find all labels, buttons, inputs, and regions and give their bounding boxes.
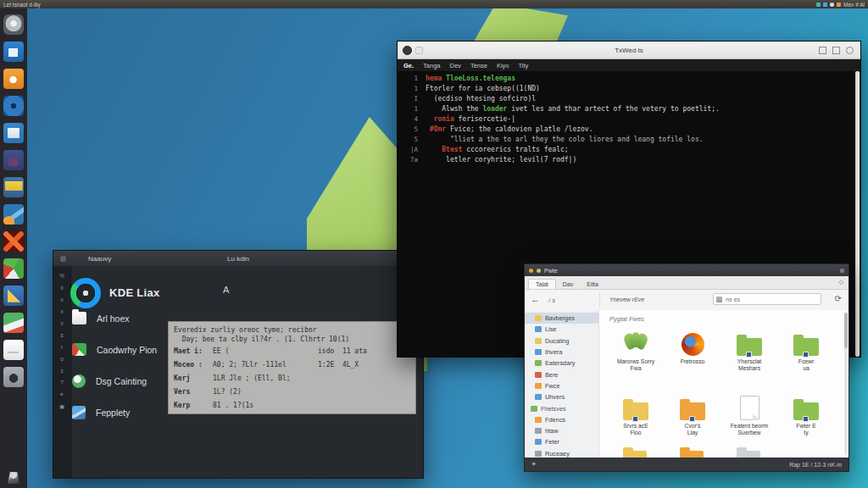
info-list-item[interactable]: Dsg Cainting — [72, 374, 147, 388]
tool-glyph[interactable]: x — [60, 285, 63, 291]
launcher-logo-icon[interactable] — [3, 14, 24, 35]
info-list-item[interactable]: Fepplety — [72, 406, 130, 419]
tab[interactable]: Eilta — [580, 280, 605, 289]
status-icon[interactable]: ✳ — [531, 461, 537, 468]
browser-icon[interactable] — [3, 69, 24, 89]
user-icon[interactable] — [8, 472, 19, 484]
window-menu-icon[interactable] — [840, 269, 844, 273]
top-panel: Let tsnaot d-lliy Mex # Al — [0, 0, 868, 8]
sidebar-item[interactable]: Bere — [525, 369, 598, 380]
tab[interactable]: Talat — [528, 279, 556, 289]
package-icon — [72, 406, 86, 419]
folder-icon — [72, 312, 86, 324]
file-item[interactable]: Featerd beormSuerbew — [725, 393, 774, 436]
notification-icon[interactable] — [837, 3, 841, 7]
fm-content[interactable]: Pyglat Fwes Marorws SorryFwa Fretrosso Y… — [599, 310, 849, 458]
shield-icon[interactable] — [830, 3, 834, 7]
window-dot-icon[interactable] — [529, 269, 533, 273]
tool-glyph[interactable]: x — [60, 320, 63, 326]
paint-icon[interactable] — [3, 258, 24, 279]
code-line: 5 #Onr Fvice; the caldovien platle /lezo… — [398, 125, 860, 135]
sidebar-item[interactable]: Lise — [525, 324, 598, 335]
fm-tabbar: Talat Dav Eilta ◇ — [525, 276, 849, 290]
fm-statusbar: ✳ Rap 1E / 12-3 nK-m — [525, 458, 849, 471]
tool-glyph[interactable]: x — [60, 297, 63, 302]
window-title: TxWed ts — [398, 47, 860, 54]
tool-glyph[interactable]: ≡ — [60, 391, 64, 397]
file-item[interactable]: Marorws SorryFwa — [611, 329, 660, 372]
panel-menu-text[interactable]: Let tsnaot d-lliy — [3, 2, 41, 8]
network-icon[interactable] — [816, 3, 821, 7]
dolphin-icon[interactable] — [3, 204, 24, 225]
refresh-icon[interactable]: ⟳ — [835, 294, 842, 303]
file-item[interactable]: Fretrosso — [668, 329, 717, 372]
sidebar-item[interactable]: Ducaling — [525, 336, 598, 347]
tab[interactable]: Dav — [556, 280, 580, 289]
bluetooth-icon[interactable] — [823, 3, 827, 7]
tool-glyph[interactable]: x — [60, 308, 63, 314]
editor-pencil-icon[interactable] — [3, 286, 24, 306]
folder-icon — [680, 402, 705, 420]
sidebar-item[interactable]: Bavberges — [525, 313, 598, 324]
info-titlebar[interactable]: Naauvy Lu kdin — [53, 251, 423, 266]
menu-item[interactable]: Kiyo — [497, 62, 509, 69]
folder-icon — [623, 451, 647, 458]
tool-glyph[interactable]: z — [60, 368, 63, 374]
sidebar-group[interactable]: Fhetsves — [525, 402, 598, 413]
file-item[interactable]: Fwter Ety — [782, 393, 831, 436]
info-list-item[interactable]: Caodwrhy Pion — [72, 343, 157, 356]
scrollbar[interactable] — [855, 71, 860, 357]
tool-glyph[interactable]: r — [61, 344, 63, 350]
sidebar-item[interactable]: Feter — [525, 436, 598, 447]
menu-item[interactable]: Ge. — [403, 62, 414, 69]
gallery-icon[interactable] — [3, 313, 24, 333]
search-input[interactable] — [713, 293, 821, 305]
editor-titlebar[interactable]: TxWed ts — [398, 42, 860, 59]
trash-icon — [535, 451, 542, 457]
folder-icon — [793, 402, 819, 420]
clock-text[interactable]: Mex # Al — [843, 2, 865, 8]
tool-glyph[interactable]: 7 — [60, 380, 64, 385]
folder-icon — [680, 451, 704, 458]
file-item[interactable]: Srvrs acEFloo — [611, 393, 660, 436]
file-item[interactable]: Fcewrua — [782, 329, 831, 372]
tool-glyph[interactable]: ▣ — [59, 403, 64, 410]
sidebar-item[interactable]: htaw — [525, 425, 598, 436]
sidebar-item[interactable]: Uhvers — [525, 391, 598, 402]
places-icon — [531, 406, 537, 412]
sidebar-item[interactable]: Ihvera — [525, 347, 598, 358]
folder-icon — [623, 402, 648, 420]
files-icon[interactable] — [3, 123, 24, 143]
folder-app-icon[interactable] — [3, 177, 24, 197]
folder-icon — [535, 417, 542, 423]
tool-glyph[interactable]: % — [59, 273, 64, 279]
tool-glyph[interactable]: o — [60, 356, 64, 362]
menu-item[interactable]: Tity — [518, 62, 528, 69]
breadcrumb[interactable]: / s — [548, 297, 555, 304]
notes-icon[interactable] — [3, 340, 24, 360]
sidebar-item[interactable]: Fwce — [525, 380, 598, 391]
sidebar-item[interactable]: Fdencs — [525, 414, 598, 425]
mail-icon[interactable] — [3, 42, 24, 62]
file-item[interactable]: YhersclatMeshars — [725, 329, 774, 372]
folder-icon — [535, 360, 542, 366]
menu-item[interactable]: Tanga — [423, 62, 440, 69]
sidebar-item[interactable]: Eatersdary — [525, 358, 598, 369]
code-line: I (ecdiso htesing sofciro)l — [398, 94, 860, 104]
terminal-icon[interactable] — [3, 367, 24, 387]
workspace-icon[interactable] — [3, 150, 24, 170]
view-label: Ynevew rEve — [609, 297, 644, 302]
scrollbar[interactable] — [844, 313, 848, 455]
fm-titlebar[interactable]: Pwte — [525, 264, 849, 276]
tool-glyph[interactable]: s — [60, 332, 63, 338]
settings-icon[interactable] — [3, 96, 24, 116]
quit-icon[interactable] — [3, 231, 24, 252]
back-button[interactable]: ← — [531, 294, 540, 304]
menu-item[interactable]: Tense — [470, 62, 487, 69]
window-dot-icon[interactable] — [537, 269, 541, 273]
menu-item[interactable]: Dev — [450, 62, 461, 69]
file-item[interactable]: Cvor'sLlay — [668, 393, 717, 436]
toolbar-divider — [599, 292, 600, 308]
info-list-item[interactable]: Arl hoex — [72, 312, 130, 324]
tab-corner-icon[interactable]: ◇ — [839, 279, 843, 286]
